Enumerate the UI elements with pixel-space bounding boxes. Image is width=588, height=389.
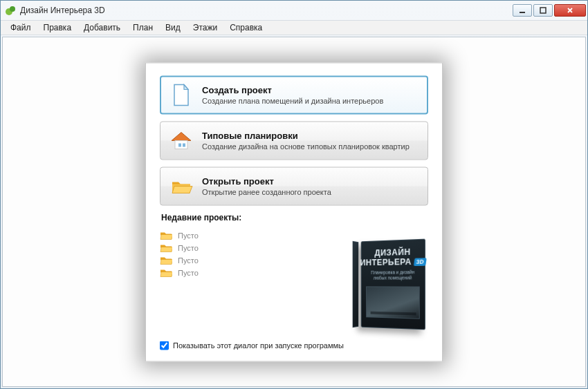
window-controls <box>513 4 586 17</box>
create-project-button[interactable]: Создать проект Создание плана помещений … <box>160 75 428 114</box>
svg-rect-5 <box>178 143 181 146</box>
minimize-button[interactable] <box>513 4 532 17</box>
show-on-startup-label: Показывать этот диалог при запуске прогр… <box>173 341 344 350</box>
folder-icon <box>160 255 172 265</box>
svg-point-1 <box>10 6 15 12</box>
recent-item[interactable]: Пусто <box>160 267 338 277</box>
open-project-text: Открыть проект Открытие ранее созданного… <box>202 176 331 196</box>
menu-add[interactable]: Добавить <box>78 21 126 34</box>
svg-rect-3 <box>540 8 546 13</box>
close-button[interactable] <box>554 4 586 17</box>
folder-icon <box>160 243 172 252</box>
open-project-desc: Открытие ранее созданного проекта <box>202 188 331 196</box>
promo-badge: 3D <box>414 257 427 265</box>
open-project-title: Открыть проект <box>202 176 331 187</box>
svg-rect-2 <box>520 12 525 13</box>
create-project-title: Создать проект <box>202 85 383 95</box>
folder-open-icon <box>169 173 194 198</box>
recent-item-label: Пусто <box>178 256 199 264</box>
titlebar: Дизайн Интерьера 3D <box>1 1 587 20</box>
promo-tagline: Планировка и дизайн любых помещений <box>365 269 421 280</box>
menu-help[interactable]: Справка <box>224 21 268 34</box>
new-document-icon <box>169 82 194 107</box>
open-project-button[interactable]: Открыть проект Открытие ранее созданного… <box>160 167 428 205</box>
promo-boxshot: ДИЗАЙН ИНТЕРЬЕРА 3D Планировка и дизайн … <box>345 227 428 331</box>
dialog-bottom-row: Пусто Пусто Пусто Пусто <box>160 227 428 331</box>
create-project-desc: Создание плана помещений и дизайна интер… <box>202 97 383 105</box>
typical-layouts-text: Типовые планировки Создание дизайна на о… <box>202 131 410 151</box>
menu-plan[interactable]: План <box>127 21 158 34</box>
show-on-startup-checkbox[interactable] <box>160 341 169 350</box>
maximize-button[interactable] <box>533 4 553 17</box>
svg-rect-6 <box>183 143 185 146</box>
recent-item-label: Пусто <box>178 268 199 276</box>
menu-bar: Файл Правка Добавить План Вид Этажи Спра… <box>1 20 587 35</box>
typical-layouts-desc: Создание дизайна на основе типовых плани… <box>202 142 410 151</box>
window-title: Дизайн Интерьера 3D <box>20 6 513 15</box>
menu-edit[interactable]: Правка <box>38 21 77 34</box>
menu-file[interactable]: Файл <box>5 21 37 34</box>
menu-view[interactable]: Вид <box>160 21 186 34</box>
app-window: Дизайн Интерьера 3D Файл Правка Добавить… <box>0 0 588 389</box>
recent-item-label: Пусто <box>178 231 199 239</box>
typical-layouts-button[interactable]: Типовые планировки Создание дизайна на о… <box>160 121 428 160</box>
folder-icon <box>160 230 172 240</box>
promo-line2: ИНТЕРЬЕРА <box>360 256 412 267</box>
promo-scene-art <box>366 286 420 319</box>
recent-item[interactable]: Пусто <box>160 230 338 240</box>
recent-item-label: Пусто <box>178 243 199 252</box>
house-icon <box>169 128 194 153</box>
app-icon <box>5 5 16 16</box>
create-project-text: Создать проект Создание плана помещений … <box>202 85 383 105</box>
welcome-dialog: Создать проект Создание плана помещений … <box>145 62 443 361</box>
recent-projects-list: Пусто Пусто Пусто Пусто <box>160 227 338 331</box>
typical-layouts-title: Типовые планировки <box>202 131 410 141</box>
promo-line1: ДИЗАЙН <box>374 247 410 257</box>
show-on-startup-row[interactable]: Показывать этот диалог при запуске прогр… <box>160 341 428 350</box>
recent-item[interactable]: Пусто <box>160 243 338 252</box>
recent-item[interactable]: Пусто <box>160 255 338 265</box>
recent-projects-heading: Недавние проекты: <box>161 212 428 222</box>
client-area: Создать проект Создание плана помещений … <box>2 37 586 387</box>
menu-floors[interactable]: Этажи <box>187 21 223 34</box>
folder-icon <box>160 267 172 277</box>
